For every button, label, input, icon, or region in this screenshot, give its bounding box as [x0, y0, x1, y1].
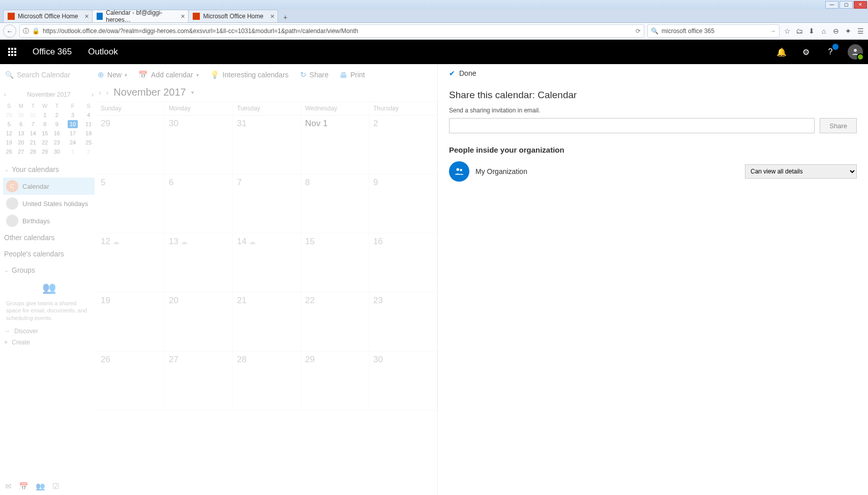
window-close[interactable]: ✕	[854, 1, 867, 9]
new-tab-button[interactable]: +	[280, 12, 291, 22]
calendar-cell[interactable]: 14☁	[233, 234, 301, 293]
calendar-cell[interactable]: 13☁	[165, 234, 233, 293]
tasks-icon[interactable]: ☑	[52, 482, 59, 491]
calendar-item[interactable]: United States holidays	[3, 195, 95, 212]
next-month[interactable]: ›	[92, 91, 94, 98]
calendar-cell[interactable]: 9	[369, 174, 437, 234]
add-calendar-label: Add calendar	[151, 71, 193, 79]
chevron-down-icon: ⌄	[4, 166, 9, 173]
settings-button[interactable]: ⚙	[794, 40, 818, 64]
next-period[interactable]: ›	[106, 89, 109, 97]
help-button[interactable]: ?	[818, 40, 843, 64]
chevron-down-icon[interactable]: ▾	[191, 90, 194, 95]
bell-icon: 🔔	[776, 47, 787, 57]
print-button[interactable]: 🖶 Print	[340, 71, 365, 79]
calendar-cell[interactable]: 16	[369, 234, 437, 293]
gear-icon: ⚙	[802, 47, 810, 57]
browser-tab[interactable]: Microsoft Office Home ✕	[3, 10, 93, 22]
new-button[interactable]: ⊕ New ▾	[98, 70, 127, 79]
calendar-cell[interactable]: 23	[369, 293, 437, 352]
pocket-icon[interactable]: ⊖	[831, 26, 841, 36]
app-title[interactable]: Outlook	[80, 47, 126, 57]
done-button[interactable]: ✔ Done	[449, 69, 857, 81]
browser-toolbar: ← ⓘ 🔒 https://outlook.office.de/owa/?rea…	[0, 23, 868, 40]
go-icon[interactable]: →	[770, 27, 776, 35]
close-icon[interactable]: ✕	[181, 13, 185, 20]
peoples-calendars-header[interactable]: People's calendars	[3, 246, 95, 262]
calendar-cell[interactable]: 29	[97, 115, 165, 174]
search-calendar[interactable]: 🔍 Search Calendar	[5, 71, 70, 79]
mail-icon[interactable]: ✉	[5, 482, 12, 491]
create-link[interactable]: +Create	[3, 337, 95, 348]
browser-search[interactable]: 🔍 microsoft office 365 →	[647, 24, 780, 38]
check-icon: ✔	[449, 69, 455, 77]
permission-select[interactable]: Can view all details	[745, 164, 857, 179]
other-calendars-header[interactable]: Other calendars	[3, 229, 95, 246]
menu-icon[interactable]: ☰	[856, 26, 865, 36]
calendar-cell[interactable]: 5	[97, 174, 165, 234]
browser-tab[interactable]: Calendar - bf@diggi-heroes… ✕	[92, 10, 189, 22]
calendar-icon[interactable]: 📅	[19, 482, 28, 491]
people-icon[interactable]: 👥	[36, 482, 45, 491]
addon-icon[interactable]: ✦	[844, 26, 853, 36]
calendar-cell[interactable]: 19	[97, 293, 165, 352]
calendar-item[interactable]: Birthdays	[3, 212, 95, 229]
calendar-cell[interactable]: 30	[165, 115, 233, 174]
groups-header[interactable]: ⌄ Groups	[3, 262, 95, 278]
interesting-calendars-button[interactable]: 💡 Interesting calendars	[210, 70, 289, 79]
calendar-item[interactable]: CCalendar	[3, 178, 95, 195]
prev-month[interactable]: ‹	[4, 91, 6, 98]
home-icon[interactable]: ⌂	[819, 26, 828, 36]
calendar-cell[interactable]: 8	[301, 174, 369, 234]
calendar-cell[interactable]: 27	[165, 352, 233, 411]
library-icon[interactable]: 🗂	[795, 26, 804, 36]
url-bar[interactable]: ⓘ 🔒 https://outlook.office.de/owa/?realm…	[19, 24, 644, 38]
bookmark-icon[interactable]: ☆	[783, 26, 792, 36]
add-calendar-button[interactable]: 📅 Add calendar ▾	[138, 70, 199, 79]
calendar-cell[interactable]: 2	[369, 115, 437, 174]
close-icon[interactable]: ✕	[270, 13, 275, 20]
calendar-cell[interactable]: 29	[301, 352, 369, 411]
share-button[interactable]: ↻ Share	[300, 70, 328, 79]
calendar-cell[interactable]: 15	[301, 234, 369, 293]
calendar-cell[interactable]: 20	[165, 293, 233, 352]
calendar-cell[interactable]: 30	[369, 352, 437, 411]
download-icon[interactable]: ⬇	[807, 26, 816, 36]
share-email-input[interactable]	[449, 118, 815, 133]
calendar-cell[interactable]: 7	[233, 174, 301, 234]
share-submit-button[interactable]: Share	[820, 118, 857, 133]
calendar-cell[interactable]: 26	[97, 352, 165, 411]
new-label: New	[107, 71, 122, 79]
your-calendars-label: Your calendars	[12, 165, 59, 173]
prev-period[interactable]: ‹	[99, 89, 101, 97]
close-icon[interactable]: ✕	[84, 13, 89, 20]
window-maximize[interactable]: ▢	[840, 1, 853, 9]
calendar-cell[interactable]: 22	[301, 293, 369, 352]
your-calendars-header[interactable]: ⌄ Your calendars	[3, 161, 95, 178]
share-label: Share	[310, 71, 328, 79]
mini-month[interactable]: November 2017	[27, 91, 70, 98]
calendar-cell[interactable]: 12☁	[97, 234, 165, 293]
day-header: Sunday	[97, 102, 165, 115]
o365-header: Office 365 Outlook 🔔 ⚙ ?	[0, 40, 868, 64]
mini-calendar[interactable]: SMTWTFS 29303112345678910111213141516171…	[3, 101, 95, 156]
url-text: https://outlook.office.de/owa/?realm=dig…	[43, 27, 358, 35]
calendar-cell[interactable]: 31	[233, 115, 301, 174]
browser-tab[interactable]: Microsoft Office Home ✕	[188, 10, 278, 22]
window-minimize[interactable]: —	[825, 1, 839, 9]
suite-title[interactable]: Office 365	[24, 47, 80, 57]
calendar-title[interactable]: November 2017	[113, 86, 186, 98]
calendar-cell[interactable]: 21	[233, 293, 301, 352]
calendar-cell[interactable]: Nov 1	[301, 115, 369, 174]
plus-icon: +	[4, 339, 8, 346]
calendar-cell[interactable]: 28	[233, 352, 301, 411]
back-button[interactable]: ←	[3, 24, 16, 38]
notifications-button[interactable]: 🔔	[769, 40, 794, 64]
discover-link[interactable]: →Discover	[3, 326, 95, 337]
app-launcher[interactable]	[0, 40, 24, 64]
calendar-cell[interactable]: 6	[165, 174, 233, 234]
account-avatar[interactable]	[848, 44, 863, 60]
chevron-down-icon: ▾	[125, 72, 127, 78]
reload-icon[interactable]: ⟳	[636, 27, 641, 35]
info-icon[interactable]: ⓘ	[23, 27, 29, 36]
